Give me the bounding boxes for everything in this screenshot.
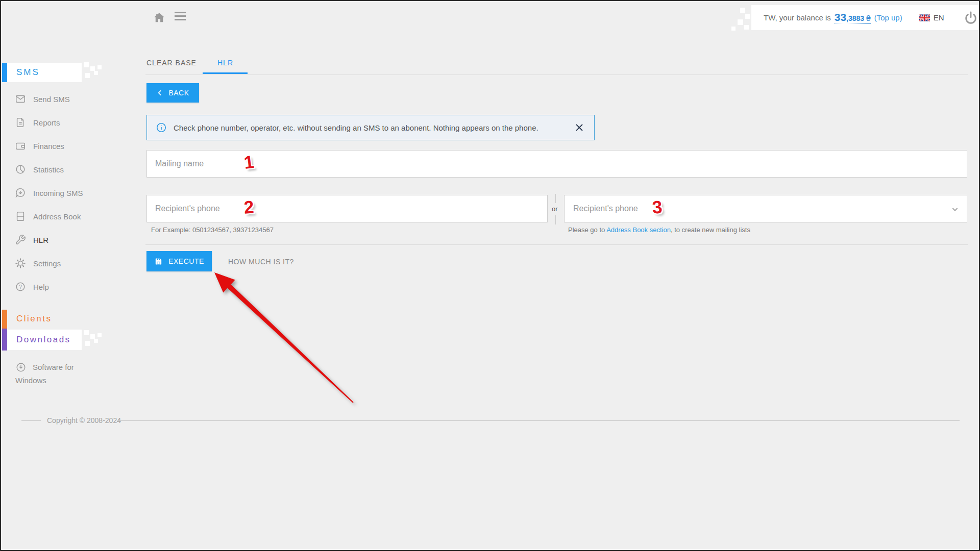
sidebar-item-reports[interactable]: Reports xyxy=(1,111,118,134)
logout-power-icon[interactable] xyxy=(964,11,978,25)
active-tab-indicator xyxy=(203,72,248,74)
download-icon xyxy=(15,362,27,373)
envelope-icon xyxy=(15,93,26,105)
sidebar-item-hlr[interactable]: HLR xyxy=(1,228,118,252)
pixel-decoration xyxy=(85,73,90,78)
sidebar-item-label: Reports xyxy=(33,118,60,127)
sidebar-item-send-sms[interactable]: Send SMS xyxy=(1,87,118,111)
address-book-icon xyxy=(15,211,26,222)
pixel-decoration xyxy=(731,27,736,31)
sidebar-item-finances[interactable]: Finances xyxy=(1,134,118,158)
back-button-label: BACK xyxy=(168,89,189,97)
sidebar-item-settings[interactable]: Settings xyxy=(1,252,118,275)
pixel-decoration xyxy=(84,62,89,67)
balance-amount[interactable]: 33,3883 ₴ xyxy=(835,11,871,24)
how-much-is-it-link[interactable]: HOW MUCH IS IT? xyxy=(228,258,294,266)
hint-suffix: , to create new mailing lists xyxy=(671,226,750,234)
sidebar-item-label: Address Book xyxy=(33,212,81,221)
chevron-left-icon xyxy=(156,89,163,96)
pixel-decoration xyxy=(97,65,102,69)
sidebar-section-sms[interactable]: SMS xyxy=(7,63,82,82)
info-banner: Check phone number, operator, etc. witho… xyxy=(146,115,595,140)
mailing-list-select[interactable]: Recipient's phone xyxy=(564,195,967,222)
sidebar-section-downloads[interactable]: Downloads xyxy=(7,330,82,350)
pixel-decoration xyxy=(744,25,749,30)
report-document-icon xyxy=(15,117,26,128)
currency-symbol: ₴ xyxy=(864,14,871,22)
pixel-decoration xyxy=(745,14,750,19)
svg-text:?: ? xyxy=(19,284,22,290)
language-selector[interactable]: EN xyxy=(919,13,944,22)
close-icon[interactable] xyxy=(574,122,585,133)
pixel-decoration xyxy=(97,333,102,337)
help-icon: ? xyxy=(15,281,26,292)
annotation-number-2: 2 xyxy=(243,196,255,217)
sidebar-item-label: Statistics xyxy=(33,165,64,174)
sidebar-item-incoming-sms[interactable]: Incoming SMS xyxy=(1,181,118,205)
pixel-decoration xyxy=(738,19,743,25)
sidebar-item-address-book[interactable]: Address Book xyxy=(1,205,118,228)
copyright-text: Copyright © 2008-2024 xyxy=(47,416,121,424)
footer-divider-right xyxy=(117,420,960,421)
sidebar-item-label: Finances xyxy=(33,142,64,151)
tab-hlr[interactable]: HLR xyxy=(217,59,233,67)
wrench-icon xyxy=(15,234,26,245)
sidebar-item-label: Settings xyxy=(33,259,61,268)
top-up-link[interactable]: (Top up) xyxy=(874,13,902,22)
pixel-decoration xyxy=(85,341,90,346)
sidebar-item-label: HLR xyxy=(33,236,48,244)
or-divider-bottom xyxy=(555,215,556,224)
form-divider xyxy=(145,244,968,245)
footer-divider-left xyxy=(21,420,41,421)
menu-bar xyxy=(175,15,186,17)
pixel-decoration xyxy=(740,8,745,13)
menu-icon[interactable] xyxy=(175,12,187,23)
mailing-list-placeholder: Recipient's phone xyxy=(573,204,638,213)
chevron-down-icon xyxy=(950,205,960,214)
hint-prefix: Please go to xyxy=(568,226,606,234)
mailing-name-input[interactable] xyxy=(146,150,967,178)
pixel-decoration xyxy=(94,71,98,75)
uk-flag-icon xyxy=(919,14,930,21)
execute-button[interactable]: EXECUTE xyxy=(146,251,212,271)
balance-panel: TW, your balance is 33,3883 ₴ (Top up) E… xyxy=(751,5,979,30)
sidebar-section-clients[interactable]: Clients xyxy=(16,314,52,324)
incoming-message-icon xyxy=(15,187,26,198)
pixel-decoration xyxy=(84,330,89,335)
info-icon xyxy=(156,122,167,133)
balance-label: TW, your balance is xyxy=(764,13,831,22)
recipient-phone-input[interactable] xyxy=(146,195,548,222)
menu-bar xyxy=(175,12,186,13)
phone-example-hint: For Example: 0501234567, 39371234567 xyxy=(151,226,274,234)
sidebar-item-statistics[interactable]: Statistics xyxy=(1,158,118,181)
tab-clear-base[interactable]: CLEAR BASE xyxy=(146,59,197,67)
pixel-decoration xyxy=(90,66,95,71)
sidebar-item-label: Help xyxy=(33,283,49,291)
app-window: TW, your balance is 33,3883 ₴ (Top up) E… xyxy=(0,0,980,551)
pixel-decoration xyxy=(94,339,98,343)
sms-section-label: SMS xyxy=(16,67,40,78)
save-icon xyxy=(154,257,163,266)
clients-section-accent xyxy=(2,310,7,329)
address-book-link[interactable]: Address Book section xyxy=(606,226,671,234)
pixel-decoration xyxy=(90,334,95,339)
mailing-list-hint: Please go to Address Book section, to cr… xyxy=(568,226,750,234)
tabs-divider xyxy=(145,74,968,75)
downloads-section-accent xyxy=(2,329,7,350)
pie-chart-icon xyxy=(15,164,26,175)
wallet-icon xyxy=(15,140,26,152)
sidebar-item-label: Send SMS xyxy=(33,95,70,104)
or-label: or xyxy=(552,205,558,213)
back-button[interactable]: BACK xyxy=(146,83,199,103)
downloads-section-label: Downloads xyxy=(16,335,71,345)
sidebar-item-label: Incoming SMS xyxy=(33,189,83,197)
execute-button-label: EXECUTE xyxy=(168,257,204,265)
gear-icon xyxy=(15,258,26,269)
or-divider-top xyxy=(555,194,556,203)
info-banner-text: Check phone number, operator, etc. witho… xyxy=(174,123,574,132)
annotation-number-3: 3 xyxy=(652,196,663,217)
sms-section-accent xyxy=(2,63,7,82)
sidebar-item-software-for-windows[interactable]: Software for Windows xyxy=(15,361,95,387)
sidebar-item-help[interactable]: ? Help xyxy=(1,275,118,298)
home-icon[interactable] xyxy=(152,10,166,24)
